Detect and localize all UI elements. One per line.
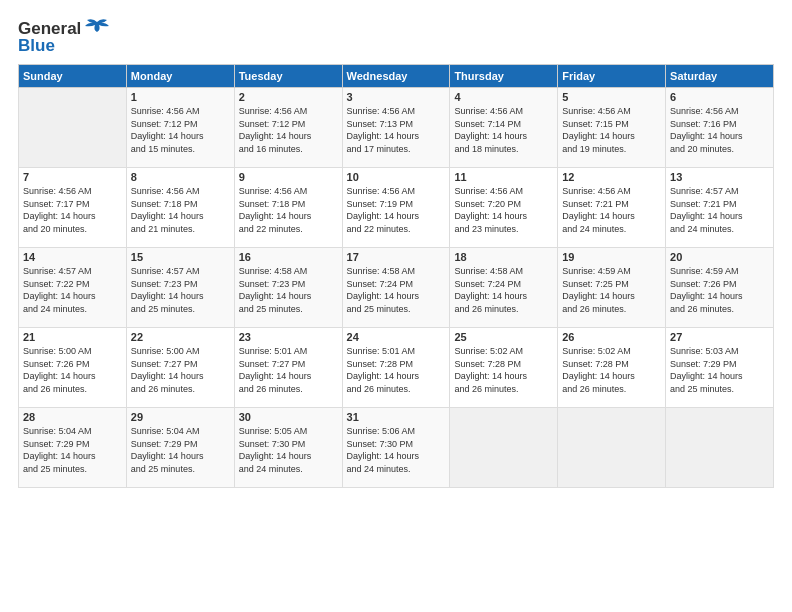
week-row-3: 14Sunrise: 4:57 AM Sunset: 7:22 PM Dayli… — [19, 248, 774, 328]
column-header-friday: Friday — [558, 65, 666, 88]
day-info: Sunrise: 5:02 AM Sunset: 7:28 PM Dayligh… — [562, 345, 661, 395]
day-number: 25 — [454, 331, 553, 343]
day-info: Sunrise: 5:04 AM Sunset: 7:29 PM Dayligh… — [131, 425, 230, 475]
day-number: 4 — [454, 91, 553, 103]
calendar-cell: 2Sunrise: 4:56 AM Sunset: 7:12 PM Daylig… — [234, 88, 342, 168]
calendar-cell: 31Sunrise: 5:06 AM Sunset: 7:30 PM Dayli… — [342, 408, 450, 488]
calendar-cell: 9Sunrise: 4:56 AM Sunset: 7:18 PM Daylig… — [234, 168, 342, 248]
day-number: 7 — [23, 171, 122, 183]
day-number: 23 — [239, 331, 338, 343]
day-number: 29 — [131, 411, 230, 423]
day-info: Sunrise: 4:58 AM Sunset: 7:23 PM Dayligh… — [239, 265, 338, 315]
calendar-header-row: SundayMondayTuesdayWednesdayThursdayFrid… — [19, 65, 774, 88]
day-number: 22 — [131, 331, 230, 343]
calendar-cell: 10Sunrise: 4:56 AM Sunset: 7:19 PM Dayli… — [342, 168, 450, 248]
calendar-cell — [19, 88, 127, 168]
day-number: 6 — [670, 91, 769, 103]
day-number: 1 — [131, 91, 230, 103]
day-number: 12 — [562, 171, 661, 183]
day-number: 14 — [23, 251, 122, 263]
calendar-cell: 16Sunrise: 4:58 AM Sunset: 7:23 PM Dayli… — [234, 248, 342, 328]
calendar-cell: 1Sunrise: 4:56 AM Sunset: 7:12 PM Daylig… — [126, 88, 234, 168]
calendar-cell — [666, 408, 774, 488]
day-info: Sunrise: 4:56 AM Sunset: 7:18 PM Dayligh… — [131, 185, 230, 235]
day-number: 17 — [347, 251, 446, 263]
day-number: 9 — [239, 171, 338, 183]
day-number: 13 — [670, 171, 769, 183]
day-number: 15 — [131, 251, 230, 263]
day-info: Sunrise: 4:57 AM Sunset: 7:23 PM Dayligh… — [131, 265, 230, 315]
day-info: Sunrise: 4:58 AM Sunset: 7:24 PM Dayligh… — [347, 265, 446, 315]
logo-bird-icon — [83, 18, 111, 40]
day-info: Sunrise: 4:56 AM Sunset: 7:20 PM Dayligh… — [454, 185, 553, 235]
day-number: 21 — [23, 331, 122, 343]
day-number: 24 — [347, 331, 446, 343]
day-info: Sunrise: 4:56 AM Sunset: 7:17 PM Dayligh… — [23, 185, 122, 235]
day-info: Sunrise: 4:56 AM Sunset: 7:12 PM Dayligh… — [239, 105, 338, 155]
day-info: Sunrise: 4:56 AM Sunset: 7:21 PM Dayligh… — [562, 185, 661, 235]
day-info: Sunrise: 5:04 AM Sunset: 7:29 PM Dayligh… — [23, 425, 122, 475]
calendar-cell: 23Sunrise: 5:01 AM Sunset: 7:27 PM Dayli… — [234, 328, 342, 408]
column-header-tuesday: Tuesday — [234, 65, 342, 88]
day-number: 26 — [562, 331, 661, 343]
day-number: 10 — [347, 171, 446, 183]
calendar-container: General Blue SundayMondayTuesdayWednesda… — [0, 0, 792, 612]
logo: General Blue — [18, 18, 111, 56]
day-info: Sunrise: 4:59 AM Sunset: 7:25 PM Dayligh… — [562, 265, 661, 315]
calendar-cell: 5Sunrise: 4:56 AM Sunset: 7:15 PM Daylig… — [558, 88, 666, 168]
week-row-1: 1Sunrise: 4:56 AM Sunset: 7:12 PM Daylig… — [19, 88, 774, 168]
calendar-cell: 24Sunrise: 5:01 AM Sunset: 7:28 PM Dayli… — [342, 328, 450, 408]
calendar-cell: 29Sunrise: 5:04 AM Sunset: 7:29 PM Dayli… — [126, 408, 234, 488]
calendar-cell: 20Sunrise: 4:59 AM Sunset: 7:26 PM Dayli… — [666, 248, 774, 328]
calendar-cell: 4Sunrise: 4:56 AM Sunset: 7:14 PM Daylig… — [450, 88, 558, 168]
day-info: Sunrise: 4:56 AM Sunset: 7:18 PM Dayligh… — [239, 185, 338, 235]
day-info: Sunrise: 4:56 AM Sunset: 7:19 PM Dayligh… — [347, 185, 446, 235]
day-number: 18 — [454, 251, 553, 263]
day-info: Sunrise: 5:01 AM Sunset: 7:28 PM Dayligh… — [347, 345, 446, 395]
day-number: 5 — [562, 91, 661, 103]
calendar-cell: 18Sunrise: 4:58 AM Sunset: 7:24 PM Dayli… — [450, 248, 558, 328]
day-number: 20 — [670, 251, 769, 263]
calendar-cell: 14Sunrise: 4:57 AM Sunset: 7:22 PM Dayli… — [19, 248, 127, 328]
day-info: Sunrise: 4:56 AM Sunset: 7:14 PM Dayligh… — [454, 105, 553, 155]
calendar-cell: 6Sunrise: 4:56 AM Sunset: 7:16 PM Daylig… — [666, 88, 774, 168]
calendar-table: SundayMondayTuesdayWednesdayThursdayFrid… — [18, 64, 774, 488]
day-number: 19 — [562, 251, 661, 263]
day-info: Sunrise: 5:00 AM Sunset: 7:27 PM Dayligh… — [131, 345, 230, 395]
day-info: Sunrise: 4:56 AM Sunset: 7:13 PM Dayligh… — [347, 105, 446, 155]
calendar-cell: 15Sunrise: 4:57 AM Sunset: 7:23 PM Dayli… — [126, 248, 234, 328]
calendar-cell: 8Sunrise: 4:56 AM Sunset: 7:18 PM Daylig… — [126, 168, 234, 248]
day-info: Sunrise: 4:57 AM Sunset: 7:22 PM Dayligh… — [23, 265, 122, 315]
column-header-monday: Monday — [126, 65, 234, 88]
day-info: Sunrise: 5:06 AM Sunset: 7:30 PM Dayligh… — [347, 425, 446, 475]
day-number: 3 — [347, 91, 446, 103]
calendar-cell: 19Sunrise: 4:59 AM Sunset: 7:25 PM Dayli… — [558, 248, 666, 328]
calendar-cell: 17Sunrise: 4:58 AM Sunset: 7:24 PM Dayli… — [342, 248, 450, 328]
calendar-cell: 21Sunrise: 5:00 AM Sunset: 7:26 PM Dayli… — [19, 328, 127, 408]
day-number: 28 — [23, 411, 122, 423]
calendar-cell: 12Sunrise: 4:56 AM Sunset: 7:21 PM Dayli… — [558, 168, 666, 248]
calendar-cell: 7Sunrise: 4:56 AM Sunset: 7:17 PM Daylig… — [19, 168, 127, 248]
calendar-cell: 13Sunrise: 4:57 AM Sunset: 7:21 PM Dayli… — [666, 168, 774, 248]
column-header-wednesday: Wednesday — [342, 65, 450, 88]
day-info: Sunrise: 4:56 AM Sunset: 7:12 PM Dayligh… — [131, 105, 230, 155]
page-header: General Blue — [18, 18, 774, 56]
logo-blue: Blue — [18, 36, 55, 56]
calendar-cell: 27Sunrise: 5:03 AM Sunset: 7:29 PM Dayli… — [666, 328, 774, 408]
calendar-cell: 28Sunrise: 5:04 AM Sunset: 7:29 PM Dayli… — [19, 408, 127, 488]
day-number: 11 — [454, 171, 553, 183]
day-number: 8 — [131, 171, 230, 183]
calendar-cell: 25Sunrise: 5:02 AM Sunset: 7:28 PM Dayli… — [450, 328, 558, 408]
day-info: Sunrise: 4:56 AM Sunset: 7:16 PM Dayligh… — [670, 105, 769, 155]
day-info: Sunrise: 5:01 AM Sunset: 7:27 PM Dayligh… — [239, 345, 338, 395]
week-row-2: 7Sunrise: 4:56 AM Sunset: 7:17 PM Daylig… — [19, 168, 774, 248]
day-info: Sunrise: 5:03 AM Sunset: 7:29 PM Dayligh… — [670, 345, 769, 395]
calendar-cell — [450, 408, 558, 488]
calendar-cell — [558, 408, 666, 488]
day-number: 31 — [347, 411, 446, 423]
day-info: Sunrise: 5:05 AM Sunset: 7:30 PM Dayligh… — [239, 425, 338, 475]
column-header-thursday: Thursday — [450, 65, 558, 88]
day-number: 16 — [239, 251, 338, 263]
calendar-cell: 26Sunrise: 5:02 AM Sunset: 7:28 PM Dayli… — [558, 328, 666, 408]
day-info: Sunrise: 5:00 AM Sunset: 7:26 PM Dayligh… — [23, 345, 122, 395]
